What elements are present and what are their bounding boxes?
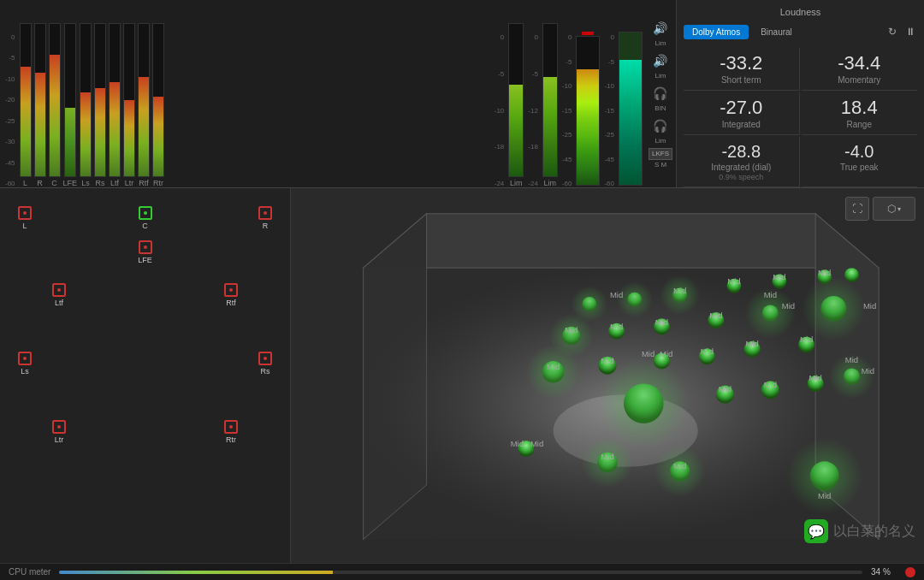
svg-marker-0 [364,214,880,268]
svg-text:Mid: Mid [745,339,758,348]
svg-text:Mid: Mid [863,301,876,311]
momentary-cell: -34.4 Momentary [802,48,918,91]
3d-view-btn[interactable]: ⬡ ▾ [873,197,915,221]
speaker-C[interactable]: C [138,205,153,230]
svg-text:Mid: Mid [727,276,740,286]
svg-point-34 [802,277,865,340]
svg-text:Mid: Mid [511,439,524,448]
svg-text:Mid: Mid [808,373,821,382]
integrated-label: Integrated [687,120,796,129]
label-ltf: Ltf [110,179,119,187]
meter-c: C [49,19,61,187]
view-3d: ⛶ ⬡ ▾ [291,188,924,565]
cpu-bar: CPU meter 34 % [0,563,924,580]
true-peak-cell: -4.0 True peak [802,137,918,187]
short-term-label: Short term [687,75,796,85]
meter-lfe: LFE [63,19,78,187]
svg-text:Mid: Mid [610,322,623,331]
label-r: R [37,179,43,187]
svg-point-69 [654,446,705,496]
limiter-btn-2[interactable]: 🔊 Lim [649,50,672,80]
svg-text:Mid: Mid [773,272,785,281]
speaker-icon-R [258,205,273,221]
lim-ctrl-label-2: Lim [655,72,666,80]
cube-icon: ⬡ [887,203,896,215]
speaker-Rtf[interactable]: Rtf [223,282,239,307]
meter-bar-rtf [138,23,150,177]
lkfs-badge: LKFS [649,148,672,160]
tab-binaural[interactable]: Binaural [752,25,801,39]
bin-btn[interactable]: 🎧 BIN [649,83,672,112]
loop-icon[interactable]: ↻ [886,24,898,39]
integrated-dial-label: Integrated (dial) [687,163,796,172]
speaker-Ltr[interactable]: Ltr [51,419,67,444]
meter-bar-rtr [152,23,164,177]
sm-ctrl-label: S M [654,161,666,169]
svg-point-37 [526,345,580,399]
momentary-label: Momentary [805,75,915,85]
bin-icon: 🎧 [650,83,671,104]
cpu-warning-icon [905,567,915,577]
meter-bar-lfe [64,23,76,177]
meter-bar-c [49,23,61,177]
true-peak-label: True peak [805,163,915,172]
speaker-panel: L R C LFE Ltf Rtf Ls [0,188,291,565]
short-term-cell: -33.2 Short term [684,48,800,91]
speaker-LFE[interactable]: LFE [138,240,153,264]
meter-fill-rtf [139,77,149,176]
label-ltr: Ltr [125,179,134,187]
meter-ls: Ls [80,19,92,187]
svg-text:Mid: Mid [530,439,543,448]
speaker-Rs[interactable]: Rs [258,351,273,376]
svg-text:Mid: Mid [660,349,672,358]
svg-text:Mid: Mid [642,349,654,358]
range-cell: 18.4 Range [802,92,918,135]
label-rs: Rs [96,179,105,187]
clip-main [582,32,594,35]
watermark-icon: 💬 [804,519,828,543]
meter-rtf: Rtf [138,19,150,187]
speaker-icon-LFE [138,240,153,255]
svg-text:Mid: Mid [782,301,795,311]
integrated-value: -27.0 [687,98,796,118]
special-scale: 0 -5 -10 -18 -24 [493,33,506,187]
svg-point-66 [582,437,632,488]
meter-fill-ltr [124,100,134,176]
svg-text:Mid: Mid [719,384,732,394]
cyan-meter [619,32,643,186]
svg-text:Mid: Mid [565,325,578,334]
view-controls: ⛶ ⬡ ▾ [845,197,915,221]
svg-text:Mid: Mid [818,491,831,500]
lim-ctrl-label-1: Lim [655,39,666,47]
svg-text:Mid: Mid [764,380,777,389]
svg-point-11 [660,275,700,316]
speaker-R[interactable]: R [258,205,273,230]
pause-icon[interactable]: ⏸ [903,24,917,39]
label-c: C [51,179,57,187]
speaker-Ltf[interactable]: Ltf [51,282,67,307]
meter-fill-c [50,55,60,176]
limiter-btn-1[interactable]: 🔊 Lim [649,18,672,47]
scale3: 0 -5 -10 -15 -25 -45 -60 [560,33,574,187]
meter-fill-ltf [110,82,120,176]
svg-text:Mid: Mid [673,461,686,471]
range-label: Range [805,120,915,129]
svg-text:Mid: Mid [673,286,686,295]
lim-meter-2 [542,23,558,177]
limiter-btn-3[interactable]: 🎧 Lim [649,115,672,145]
tab-dolby-atmos[interactable]: Dolby Atmos [684,25,749,39]
clip-l [20,19,32,22]
svg-text:Mid: Mid [845,355,858,364]
svg-text:Mid: Mid [547,362,560,371]
speaker-Ls[interactable]: Ls [17,351,33,376]
speaker-Rtr[interactable]: Rtr [223,419,239,444]
sm-btn[interactable]: LKFS S M [649,148,672,169]
svg-point-72 [786,438,862,514]
range-value: 18.4 [805,98,915,118]
fullscreen-btn[interactable]: ⛶ [845,197,869,221]
loudness-grid: -33.2 Short term -34.4 Momentary -27.0 I… [684,48,917,187]
speaker-L[interactable]: L [17,205,33,230]
svg-text:Mid: Mid [862,366,874,376]
svg-text:Mid: Mid [800,334,813,344]
meter-rs: Rs [94,19,106,187]
